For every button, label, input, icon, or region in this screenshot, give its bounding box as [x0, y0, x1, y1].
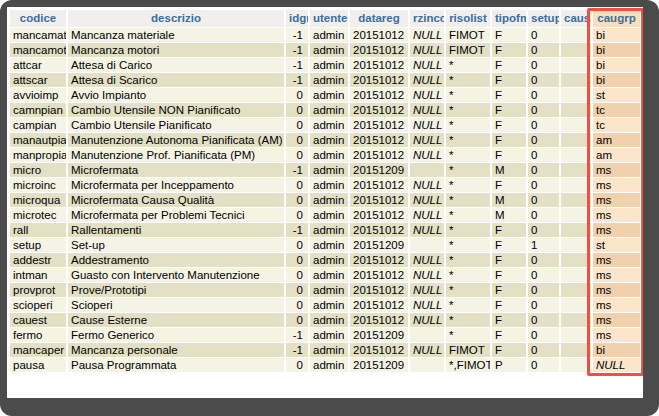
cell-utente[interactable]: admin: [309, 297, 349, 312]
cell-causap[interactable]: [560, 42, 592, 57]
cell-tipofm[interactable]: F: [491, 42, 527, 57]
cell-setup[interactable]: 0: [527, 327, 560, 342]
cell-tipofm[interactable]: F: [491, 177, 527, 192]
cell-caugrp[interactable]: ms: [592, 327, 641, 342]
cell-idgr[interactable]: -1: [285, 342, 309, 357]
cell-descrizio[interactable]: Prove/Prototipi: [67, 282, 285, 297]
cell-tipofm[interactable]: F: [491, 327, 527, 342]
table-row[interactable]: avvioimpAvvio Impianto0admin20151012NULL…: [10, 87, 641, 102]
cell-datareg[interactable]: 20151012: [349, 177, 409, 192]
cell-causap[interactable]: [560, 252, 592, 267]
cell-utente[interactable]: admin: [309, 132, 349, 147]
table-row[interactable]: intmanGuasto con Intervento Manutenzione…: [10, 267, 641, 282]
cell-causap[interactable]: [560, 357, 592, 372]
cell-setup[interactable]: 0: [527, 117, 560, 132]
cell-codice[interactable]: provprot: [10, 282, 67, 297]
cell-causap[interactable]: [560, 267, 592, 282]
cell-rzinco[interactable]: NULL: [409, 282, 445, 297]
cell-risolist[interactable]: *: [445, 237, 491, 252]
cell-datareg[interactable]: 20151012: [349, 282, 409, 297]
cell-datareg[interactable]: 20151012: [349, 342, 409, 357]
cell-idgr[interactable]: 0: [285, 87, 309, 102]
cell-descrizio[interactable]: Mancanza motori: [67, 42, 285, 57]
cell-tipofm[interactable]: F: [491, 27, 527, 42]
cell-datareg[interactable]: 20151012: [349, 117, 409, 132]
table-row[interactable]: pausaPausa Programmata0admin20151209*,FI…: [10, 357, 641, 372]
cell-risolist[interactable]: *: [445, 312, 491, 327]
cell-caugrp[interactable]: bi: [592, 57, 641, 72]
cell-codice[interactable]: intman: [10, 267, 67, 282]
cell-descrizio[interactable]: Mancanza personale: [67, 342, 285, 357]
table-row[interactable]: campianCambio Utensile Pianificato0admin…: [10, 117, 641, 132]
cell-caugrp[interactable]: ms: [592, 282, 641, 297]
cell-idgr[interactable]: 0: [285, 312, 309, 327]
cell-codice[interactable]: attscar: [10, 72, 67, 87]
cell-setup[interactable]: 0: [527, 57, 560, 72]
cell-codice[interactable]: manautpia: [10, 132, 67, 147]
cell-idgr[interactable]: 0: [285, 237, 309, 252]
cell-codice[interactable]: micro: [10, 162, 67, 177]
cell-rzinco[interactable]: NULL: [409, 57, 445, 72]
cell-idgr[interactable]: 0: [285, 147, 309, 162]
cell-risolist[interactable]: FIMOT: [445, 27, 491, 42]
cell-descrizio[interactable]: Manutenzione Autonoma Pianificata (AM): [67, 132, 285, 147]
cell-idgr[interactable]: -1: [285, 222, 309, 237]
cell-utente[interactable]: admin: [309, 357, 349, 372]
cell-utente[interactable]: admin: [309, 117, 349, 132]
cell-codice[interactable]: setup: [10, 237, 67, 252]
cell-caugrp[interactable]: bi: [592, 42, 641, 57]
cell-datareg[interactable]: 20151209: [349, 237, 409, 252]
cell-rzinco[interactable]: NULL: [409, 117, 445, 132]
cell-rzinco[interactable]: NULL: [409, 192, 445, 207]
cell-tipofm[interactable]: F: [491, 252, 527, 267]
cell-rzinco[interactable]: NULL: [409, 87, 445, 102]
cell-descrizio[interactable]: Scioperi: [67, 297, 285, 312]
table-row[interactable]: microquaMicrofermata Causa Qualità0admin…: [10, 192, 641, 207]
cell-utente[interactable]: admin: [309, 192, 349, 207]
column-header-codice[interactable]: codice: [10, 10, 67, 27]
cell-idgr[interactable]: 0: [285, 177, 309, 192]
cell-descrizio[interactable]: Attesa di Scarico: [67, 72, 285, 87]
cell-setup[interactable]: 0: [527, 342, 560, 357]
table-row[interactable]: rallRallentamenti-1admin20151012NULL*F0m…: [10, 222, 641, 237]
table-row[interactable]: mancamatMancanza materiale-1admin2015101…: [10, 27, 641, 42]
column-header-risolist[interactable]: risolist: [445, 10, 491, 27]
cell-codice[interactable]: mancamot: [10, 42, 67, 57]
cell-caugrp[interactable]: ms: [592, 222, 641, 237]
cell-utente[interactable]: admin: [309, 207, 349, 222]
cell-datareg[interactable]: 20151012: [349, 207, 409, 222]
cell-setup[interactable]: 0: [527, 27, 560, 42]
column-header-utente[interactable]: utente: [309, 10, 349, 27]
cell-causap[interactable]: [560, 87, 592, 102]
column-header-setup[interactable]: setup: [527, 10, 560, 27]
cell-setup[interactable]: 0: [527, 267, 560, 282]
cell-tipofm[interactable]: M: [491, 192, 527, 207]
cell-setup[interactable]: 0: [527, 207, 560, 222]
cell-codice[interactable]: scioperi: [10, 297, 67, 312]
cell-caugrp[interactable]: bi: [592, 342, 641, 357]
cell-setup[interactable]: 0: [527, 147, 560, 162]
cell-risolist[interactable]: *: [445, 57, 491, 72]
cell-setup[interactable]: 0: [527, 282, 560, 297]
cell-idgr[interactable]: 0: [285, 297, 309, 312]
cell-caugrp[interactable]: am: [592, 132, 641, 147]
cell-causap[interactable]: [560, 147, 592, 162]
cell-tipofm[interactable]: F: [491, 297, 527, 312]
cell-codice[interactable]: microinc: [10, 177, 67, 192]
table-row[interactable]: manautpiaManutenzione Autonoma Pianifica…: [10, 132, 641, 147]
cell-tipofm[interactable]: F: [491, 117, 527, 132]
cell-datareg[interactable]: 20151012: [349, 297, 409, 312]
cell-descrizio[interactable]: Cambio Utensile Pianificato: [67, 117, 285, 132]
table-row[interactable]: attcarAttesa di Carico-1admin20151012NUL…: [10, 57, 641, 72]
cell-setup[interactable]: 0: [527, 72, 560, 87]
column-header-causap[interactable]: causap: [560, 10, 592, 27]
cell-caugrp[interactable]: tc: [592, 102, 641, 117]
cell-causap[interactable]: [560, 222, 592, 237]
cell-tipofm[interactable]: F: [491, 87, 527, 102]
cell-idgr[interactable]: 0: [285, 207, 309, 222]
cell-tipofm[interactable]: F: [491, 267, 527, 282]
cell-descrizio[interactable]: Attesa di Carico: [67, 57, 285, 72]
cell-rzinco[interactable]: NULL: [409, 147, 445, 162]
cell-codice[interactable]: manpropia: [10, 147, 67, 162]
cell-descrizio[interactable]: Microfermata per Inceppamento: [67, 177, 285, 192]
